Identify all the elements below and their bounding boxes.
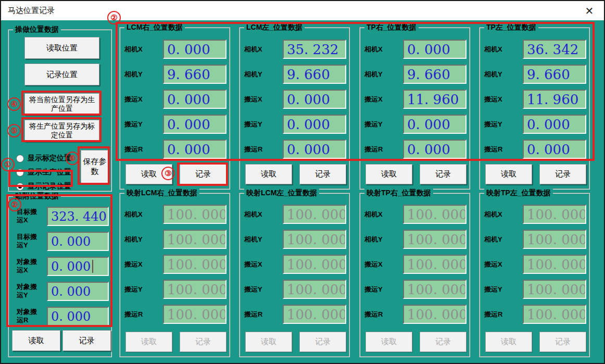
radio-unselected-icon[interactable] xyxy=(16,169,24,177)
field-value: 100. 000 xyxy=(404,232,467,247)
attach-record-button[interactable]: 记录 xyxy=(62,330,111,351)
tp-right-read-button[interactable]: 读取 xyxy=(365,164,412,184)
lcm-right-field-transport-x[interactable]: 0. 000 xyxy=(163,90,226,109)
tp-left-field-camera-y[interactable]: 9. 660 xyxy=(523,65,586,84)
tp-left-read-button[interactable]: 读取 xyxy=(485,164,532,184)
field-value: 100. 000 xyxy=(524,207,586,222)
mapped-tp-left-record-button: 记录 xyxy=(539,332,586,352)
row-label-transport-x: 搬运X xyxy=(484,260,502,269)
attach-field-4[interactable]: 0. 000 xyxy=(47,307,109,326)
lcm-left-field-camera-y[interactable]: 9. 660 xyxy=(283,65,346,84)
lcm-left-field-transport-r[interactable]: 0. 000 xyxy=(283,140,346,159)
group-title-lcm-right: LCM右_位置数据 xyxy=(124,23,185,32)
lcm-left-field-camera-x[interactable]: 35. 232 xyxy=(283,40,346,59)
lcm-right-field-camera-y[interactable]: 9. 660 xyxy=(163,65,226,84)
field-value: 0. 000 xyxy=(164,142,210,157)
row-label-camera-y: 相机Y xyxy=(364,235,383,244)
attach-field-0[interactable]: 323. 440 xyxy=(47,207,109,226)
mapped-group-title-tp-left: 映射TP左_位置数据 xyxy=(484,189,553,197)
lcm-right-field-camera-x[interactable]: 0. 000 xyxy=(163,40,226,59)
field-value: 100. 000 xyxy=(524,307,586,322)
field-value: 0. 000 xyxy=(284,92,330,107)
attach-field-2[interactable]: 0. 000 xyxy=(47,257,109,276)
text-caret xyxy=(92,260,93,273)
tp-left-record-button[interactable]: 记录 xyxy=(539,164,586,184)
lcm-left-record-button[interactable]: 记录 xyxy=(299,164,346,184)
position-group-tp-right: TP右_位置数据相机X0. 000相机Y9. 660搬运X11. 960搬运Y0… xyxy=(359,27,470,190)
field-value: 323. 440 xyxy=(48,209,107,224)
field-value: 11. 960 xyxy=(524,92,578,107)
tp-right-field-transport-y[interactable]: 0. 000 xyxy=(403,115,467,134)
mapped-tp-left-field-transport-r: 100. 000 xyxy=(523,305,586,324)
attach-field-1[interactable]: 0. 000 xyxy=(47,232,109,251)
row-label-transport-y: 搬运Y xyxy=(124,285,143,294)
tp-right-field-camera-y[interactable]: 9. 660 xyxy=(403,65,467,84)
tp-left-field-transport-x[interactable]: 11. 960 xyxy=(523,90,586,109)
lcm-right-record-button[interactable]: 记录 xyxy=(180,164,226,184)
row-label-camera-x: 相机X xyxy=(124,45,143,54)
radio-display-1[interactable]: 显示生产位置 xyxy=(16,168,71,177)
lcm-right-field-transport-r[interactable]: 0. 000 xyxy=(163,140,226,159)
mapped-group-title-tp-right: 映射TP右_位置数据 xyxy=(364,189,433,197)
save-as-production-button[interactable]: 将当前位置另存为生产位置 xyxy=(24,93,99,115)
row-label-transport-r: 搬运R xyxy=(244,310,262,319)
client-area: 操做位置数据 读取位置 记录位置 将当前位置另存为生产位置 将生产位置另存为标定… xyxy=(1,20,604,363)
row-label-camera-x: 相机X xyxy=(124,210,143,219)
mapped-tp-right-field-camera-x: 100. 000 xyxy=(403,205,467,224)
radio-display-0[interactable]: 显示标定位置 xyxy=(16,154,71,163)
row-label-transport-x: 搬运X xyxy=(364,95,383,104)
mapped-lcm-left-field-transport-x: 100. 000 xyxy=(283,255,346,274)
lcm-right-read-button[interactable]: 读取 xyxy=(125,164,172,184)
row-label-transport-x: 搬运X xyxy=(244,260,262,269)
titlebar: 马达位置记录 ✕ xyxy=(1,1,604,20)
attach-read-button[interactable]: 读取 xyxy=(12,330,60,351)
radio-unselected-icon[interactable] xyxy=(16,155,24,162)
mapped-tp-right-field-transport-x: 100. 000 xyxy=(403,255,467,274)
lcm-left-field-transport-x[interactable]: 0. 000 xyxy=(283,90,346,109)
attach-row-label-4: 对象搬运R xyxy=(17,308,42,324)
tp-right-field-camera-x[interactable]: 0. 000 xyxy=(403,40,467,59)
operate-group-title: 操做位置数据 xyxy=(13,25,61,34)
tp-left-field-transport-r[interactable]: 0. 000 xyxy=(523,140,586,159)
tp-right-field-transport-x[interactable]: 11. 960 xyxy=(403,90,467,109)
field-value: 9. 660 xyxy=(284,67,330,82)
field-value: 100. 000 xyxy=(164,232,226,247)
field-value: 100. 000 xyxy=(284,307,346,322)
row-label-transport-r: 搬运R xyxy=(364,310,383,319)
read-position-button[interactable]: 读取位置 xyxy=(24,37,99,59)
field-value: 11. 960 xyxy=(404,92,459,107)
tp-right-field-transport-r[interactable]: 0. 000 xyxy=(403,140,467,159)
lcm-right-field-transport-y[interactable]: 0. 000 xyxy=(163,115,226,134)
save-as-calibration-button[interactable]: 将生产位置另存为标定位置 xyxy=(24,120,99,142)
field-value: 100. 000 xyxy=(404,257,467,272)
group-title-tp-left: TP左_位置数据 xyxy=(484,23,538,32)
row-label-transport-y: 搬运Y xyxy=(364,285,383,294)
mapped-lcm-left-field-transport-r: 100. 000 xyxy=(283,305,346,324)
lcm-left-read-button[interactable]: 读取 xyxy=(245,164,292,184)
attach-field-3[interactable]: 0. 000 xyxy=(47,282,109,301)
row-label-camera-y: 相机Y xyxy=(124,70,143,79)
mapped-tp-left-field-transport-y: 100. 000 xyxy=(523,280,586,299)
close-icon[interactable]: ✕ xyxy=(583,5,596,17)
tp-left-field-transport-y[interactable]: 0. 000 xyxy=(523,115,586,134)
radio-selected-icon[interactable] xyxy=(16,183,24,191)
row-label-transport-y: 搬运Y xyxy=(484,120,502,129)
record-position-button[interactable]: 记录位置 xyxy=(24,64,99,85)
mapped-lcm-left-read-button: 读取 xyxy=(245,332,292,352)
attach-position-group: 贴附位置数据 目标搬运X323. 440目标搬运Y0. 000对象搬运X0. 0… xyxy=(8,196,112,357)
field-value: 100. 000 xyxy=(524,232,586,247)
row-label-transport-y: 搬运Y xyxy=(244,120,262,129)
mapped-lcm-right-field-transport-x: 100. 000 xyxy=(163,255,226,274)
mapped-tp-right-field-camera-y: 100. 000 xyxy=(403,230,467,249)
field-value: 100. 000 xyxy=(404,307,467,322)
group-title-tp-right: TP右_位置数据 xyxy=(364,23,419,32)
attach-row-label-1: 目标搬运Y xyxy=(17,233,42,249)
attach-group-title: 贴附位置数据 xyxy=(13,192,61,200)
tp-right-record-button[interactable]: 记录 xyxy=(420,164,467,184)
lcm-left-field-transport-y[interactable]: 0. 000 xyxy=(283,115,346,134)
row-label-transport-x: 搬运X xyxy=(364,260,383,269)
radio-display-2[interactable]: 显示记录位置 xyxy=(16,182,71,191)
save-params-button[interactable]: 保存参数 xyxy=(81,150,109,183)
tp-left-field-camera-x[interactable]: 36. 342 xyxy=(523,40,586,59)
position-group-lcm-right: LCM右_位置数据相机X0. 000相机Y9. 660搬运X0. 000搬运Y0… xyxy=(119,27,230,190)
